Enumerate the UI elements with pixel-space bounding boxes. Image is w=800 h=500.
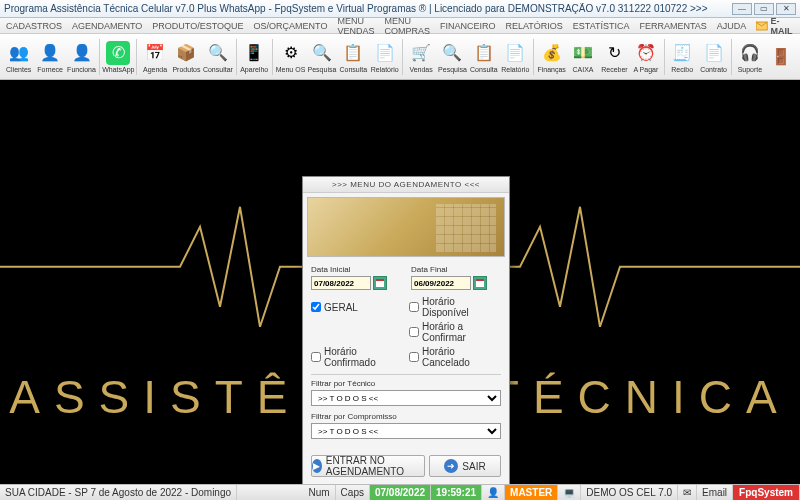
aparelho-button[interactable]: 📱Aparelho xyxy=(239,36,270,78)
toolbar-label: Funciona xyxy=(67,66,96,73)
date-initial-label: Data Inicial xyxy=(311,265,401,274)
toolbar-label: Contrato xyxy=(700,66,727,73)
relatorio-os-button[interactable]: 📄Relatório xyxy=(369,36,400,78)
vendas-icon: 🛒 xyxy=(409,41,433,65)
menu-email[interactable]: E-MAIL xyxy=(756,16,795,36)
vendas-button[interactable]: 🛒Vendas xyxy=(405,36,436,78)
status-time: 19:59:21 xyxy=(431,485,482,500)
financas-icon: 💰 xyxy=(540,41,564,65)
toolbar-label: Finanças xyxy=(537,66,565,73)
toolbar-label: Suporte xyxy=(738,66,763,73)
menu-vendas[interactable]: MENU VENDAS xyxy=(337,16,374,36)
menu-os-orcamento[interactable]: OS/ORÇAMENTO xyxy=(254,21,328,31)
toolbar-label: Agenda xyxy=(143,66,167,73)
agenda-icon: 📅 xyxy=(143,41,167,65)
toolbar-label: Fornece xyxy=(37,66,63,73)
toolbar-label: Vendas xyxy=(409,66,432,73)
pesquisa-os-button[interactable]: 🔍Pesquisa xyxy=(306,36,337,78)
receber-button[interactable]: ↻Receber xyxy=(599,36,630,78)
pesquisa-vendas-button[interactable]: 🔍Pesquisa xyxy=(437,36,468,78)
suporte-button[interactable]: 🎧Suporte xyxy=(734,36,765,78)
status-user-icon: 👤 xyxy=(482,485,505,500)
check-disponivel[interactable]: Horário Disponível xyxy=(409,296,501,318)
filter-compromisso-select[interactable]: >> T O D O S << xyxy=(311,423,501,439)
filter-compromisso-label: Filtrar por Compromisso xyxy=(311,412,501,421)
menu-os-button[interactable]: ⚙Menu OS xyxy=(275,36,306,78)
caixa-button[interactable]: 💵CAIXA xyxy=(567,36,598,78)
date-final-calendar-button[interactable] xyxy=(473,276,487,290)
minimize-button[interactable]: — xyxy=(732,3,752,15)
date-initial-calendar-button[interactable] xyxy=(373,276,387,290)
svg-rect-2 xyxy=(376,279,384,281)
produtos-icon: 📦 xyxy=(174,41,198,65)
sair-dialog-button[interactable]: ➜ SAIR xyxy=(429,455,501,477)
menu-bar: CADASTROS AGENDAMENTO PRODUTO/ESTOQUE OS… xyxy=(0,18,800,34)
enter-arrow-icon: ▶ xyxy=(312,459,322,473)
toolbar-label: Relatório xyxy=(371,66,399,73)
status-demo: DEMO OS CEL 7.0 xyxy=(581,485,678,500)
check-confirmado[interactable]: Horário Confirmado xyxy=(311,346,403,368)
apagar-icon: ⏰ xyxy=(634,41,658,65)
toolbar: 👥Clientes👤Fornece👤Funciona✆WhatsApp📅Agen… xyxy=(0,34,800,80)
status-location: SUA CIDADE - SP 7 de Agosto de 2022 - Do… xyxy=(0,485,237,500)
status-date: 07/08/2022 xyxy=(370,485,431,500)
recibo-button[interactable]: 🧾Recibo xyxy=(666,36,697,78)
apagar-button[interactable]: ⏰A Pagar xyxy=(630,36,661,78)
menu-cadastros[interactable]: CADASTROS xyxy=(6,21,62,31)
menu-produto-estoque[interactable]: PRODUTO/ESTOQUE xyxy=(152,21,243,31)
toolbar-label: Clientes xyxy=(6,66,31,73)
date-initial-input[interactable] xyxy=(311,276,371,290)
agenda-button[interactable]: 📅Agenda xyxy=(139,36,170,78)
consulta-vendas-icon: 📋 xyxy=(472,41,496,65)
recibo-icon: 🧾 xyxy=(670,41,694,65)
svg-rect-4 xyxy=(476,279,484,281)
consultar-produtos-button[interactable]: 🔍Consultar xyxy=(202,36,233,78)
menu-os-icon: ⚙ xyxy=(279,41,303,65)
check-confirmar[interactable]: Horário a Confirmar xyxy=(409,321,501,343)
envelope-icon xyxy=(756,21,767,31)
dialog-title: >>> MENU DO AGENDAMENTO <<< xyxy=(303,177,509,193)
toolbar-label: Produtos xyxy=(172,66,200,73)
filter-tecnico-select[interactable]: >> T O D O S << xyxy=(311,390,501,406)
date-final-input[interactable] xyxy=(411,276,471,290)
menu-compras[interactable]: MENU COMPRAS xyxy=(384,16,430,36)
fornece-icon: 👤 xyxy=(38,41,62,65)
receber-icon: ↻ xyxy=(602,41,626,65)
status-mail-icon: ✉ xyxy=(678,485,697,500)
status-master: MASTER xyxy=(505,485,558,500)
financas-button[interactable]: 💰Finanças xyxy=(536,36,567,78)
menu-financeiro[interactable]: FINANCEIRO xyxy=(440,21,496,31)
menu-ajuda[interactable]: AJUDA xyxy=(717,21,747,31)
whatsapp-button[interactable]: ✆WhatsApp xyxy=(102,36,134,78)
relatorio-vendas-button[interactable]: 📄Relatório xyxy=(500,36,531,78)
clientes-icon: 👥 xyxy=(7,41,31,65)
menu-estatistica[interactable]: ESTATÍSTICA xyxy=(573,21,630,31)
menu-ferramentas[interactable]: FERRAMENTAS xyxy=(639,21,706,31)
menu-relatorios[interactable]: RELATÓRIOS xyxy=(505,21,562,31)
maximize-button[interactable]: ▭ xyxy=(754,3,774,15)
date-final-label: Data Final xyxy=(411,265,501,274)
toolbar-label: Recibo xyxy=(671,66,693,73)
contrato-button[interactable]: 📄Contrato xyxy=(698,36,729,78)
fornece-button[interactable]: 👤Fornece xyxy=(34,36,65,78)
dialog-header-image xyxy=(307,197,505,257)
entrar-agendamento-button[interactable]: ▶ ENTRAR NO AGENDAMENTO xyxy=(311,455,425,477)
suporte-icon: 🎧 xyxy=(738,41,762,65)
consulta-os-icon: 📋 xyxy=(341,41,365,65)
status-bar: SUA CIDADE - SP 7 de Agosto de 2022 - Do… xyxy=(0,484,800,500)
toolbar-label: A Pagar xyxy=(633,66,658,73)
funciona-button[interactable]: 👤Funciona xyxy=(66,36,97,78)
sair-button[interactable]: 🚪 xyxy=(766,36,797,78)
menu-agendamento[interactable]: AGENDAMENTO xyxy=(72,21,142,31)
check-cancelado[interactable]: Horário Cancelado xyxy=(409,346,501,368)
consulta-os-button[interactable]: 📋Consulta xyxy=(338,36,369,78)
check-geral[interactable]: GERAL xyxy=(311,296,403,318)
clientes-button[interactable]: 👥Clientes xyxy=(3,36,34,78)
workspace: ASSISTÊNCIA TÉCNICA >>> MENU DO AGENDAME… xyxy=(0,80,800,484)
produtos-button[interactable]: 📦Produtos xyxy=(171,36,202,78)
consulta-vendas-button[interactable]: 📋Consulta xyxy=(468,36,499,78)
toolbar-label: Pesquisa xyxy=(308,66,337,73)
toolbar-label: Relatório xyxy=(501,66,529,73)
status-brand: FpqSystem xyxy=(733,485,800,500)
close-button[interactable]: ✕ xyxy=(776,3,796,15)
